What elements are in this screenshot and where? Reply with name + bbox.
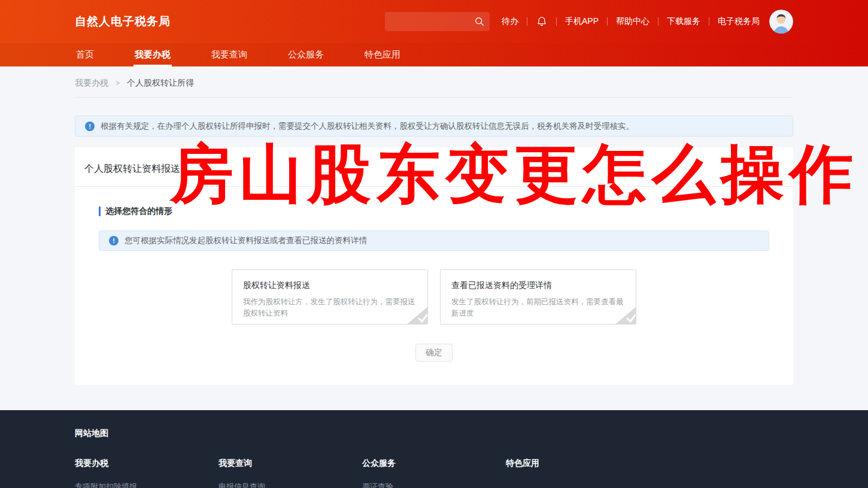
header-menu: 待办 手机APP 帮助中心 下载服务 电子税务局 <box>502 10 793 34</box>
card-header: 个人股权转让资料报送 <box>75 147 793 187</box>
menu-divider <box>658 17 658 26</box>
footer-column-header[interactable]: 特色应用 <box>506 458 650 469</box>
info-icon: ! <box>85 122 95 131</box>
download-service-link[interactable]: 下载服务 <box>667 16 700 27</box>
section-label: 选择您符合的情形 <box>99 206 769 217</box>
footer-link[interactable]: 专项附加扣除填报 <box>75 481 218 488</box>
search-icon[interactable] <box>474 16 485 27</box>
option-title: 股权转让资料报送 <box>243 280 417 291</box>
etax-bureau-link[interactable]: 电子税务局 <box>718 16 760 27</box>
help-center-link[interactable]: 帮助中心 <box>616 16 650 27</box>
tab-query[interactable]: 我要查询 <box>210 43 248 66</box>
notice-text: 根据有关规定，在办理个人股权转让所得申报时，需要提交个人股权转让相关资料，股权受… <box>101 121 634 132</box>
menu-divider <box>556 17 557 26</box>
tab-tax-handling[interactable]: 我要办税 <box>133 43 172 66</box>
search-box[interactable] <box>385 12 490 31</box>
footer-column: 公众服务 票证查验 <box>362 458 506 488</box>
tab-featured-apps[interactable]: 特色应用 <box>363 43 402 66</box>
breadcrumb: 我要办税 > 个人股权转让所得 <box>75 66 793 98</box>
header: 自然人电子税务局 待办 手机APP 帮助中心 <box>0 0 868 43</box>
main-card: 个人股权转让资料报送 选择您符合的情形 ! 您可根据实际情况发起股权转让资料报送… <box>75 147 793 385</box>
breadcrumb-current: 个人股权转让所得 <box>127 78 194 89</box>
content-area: 我要办税 > 个人股权转让所得 ! 根据有关规定，在办理个人股权转让所得申报时，… <box>75 66 793 385</box>
option-card-view-progress[interactable]: 查看已报送资料的受理详情 发生了股权转让行为，前期已报送资料，需要查看最新进度 <box>440 269 636 325</box>
section-label-text: 选择您符合的情形 <box>105 206 172 217</box>
check-icon <box>406 307 428 325</box>
main-nav: 首页 我要办税 我要查询 公众服务 特色应用 <box>0 43 868 66</box>
info-icon: ! <box>109 236 119 245</box>
option-description: 我作为股权转让方，发生了股权转让行为，需要报送股权转让资料 <box>243 296 417 319</box>
confirm-button[interactable]: 确定 <box>415 344 453 362</box>
check-icon <box>615 307 636 325</box>
bell-icon[interactable] <box>536 16 548 28</box>
option-description: 发生了股权转让行为，前期已报送资料，需要查看最新进度 <box>451 296 625 319</box>
footer-column: 特色应用 <box>506 458 650 488</box>
search-input[interactable] <box>391 17 474 26</box>
footer: 网站地图 我要办税 专项附加扣除填报 我要查询 申报信息查询 公众服务 票证查验… <box>0 410 868 488</box>
footer-column: 我要查询 申报信息查询 <box>218 458 362 488</box>
tab-public-service[interactable]: 公众服务 <box>287 43 325 66</box>
breadcrumb-parent[interactable]: 我要办税 <box>75 78 108 89</box>
sitemap-title: 网站地图 <box>75 410 793 439</box>
footer-column-header[interactable]: 我要办税 <box>75 458 218 469</box>
footer-link[interactable]: 票证查验 <box>362 481 506 488</box>
option-title: 查看已报送资料的受理详情 <box>451 280 625 291</box>
todo-link[interactable]: 待办 <box>502 16 518 27</box>
breadcrumb-separator-icon: > <box>116 79 120 87</box>
site-logo[interactable]: 自然人电子税务局 <box>75 14 171 29</box>
options-row: 股权转让资料报送 我作为股权转让方，发生了股权转让行为，需要报送股权转让资料 查… <box>99 269 769 325</box>
notice-banner: ! 根据有关规定，在办理个人股权转让所得申报时，需要提交个人股权转让相关资料，股… <box>75 116 793 137</box>
menu-divider <box>527 17 527 26</box>
footer-link[interactable]: 申报信息查询 <box>218 481 362 488</box>
footer-column-header[interactable]: 公众服务 <box>362 458 506 469</box>
inner-notice-banner: ! 您可根据实际情况发起股权转让资料报送或者查看已报送的资料详情 <box>99 231 769 251</box>
menu-divider <box>709 17 709 26</box>
footer-column-header[interactable]: 我要查询 <box>218 458 362 469</box>
menu-divider <box>607 17 608 26</box>
footer-column: 我要办税 专项附加扣除填报 <box>75 458 218 488</box>
avatar[interactable] <box>769 10 793 34</box>
option-card-submit[interactable]: 股权转让资料报送 我作为股权转让方，发生了股权转让行为，需要报送股权转让资料 <box>232 269 428 325</box>
card-title: 个人股权转让资料报送 <box>84 163 784 175</box>
mobile-app-link[interactable]: 手机APP <box>565 16 599 27</box>
inner-notice-text: 您可根据实际情况发起股权转让资料报送或者查看已报送的资料详情 <box>125 235 367 246</box>
tab-home[interactable]: 首页 <box>75 43 95 66</box>
section-marker <box>99 207 101 216</box>
